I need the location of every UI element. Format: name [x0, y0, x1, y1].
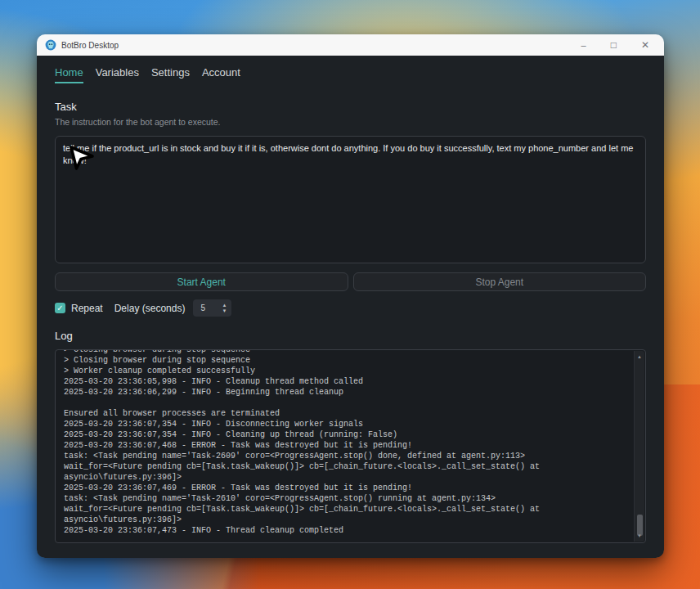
task-description: The instruction for the bot agent to exe…: [55, 117, 646, 127]
log-line: 2025-03-20 23:36:07,469 - ERROR - Task w…: [64, 483, 632, 493]
delay-label: Delay (seconds): [114, 303, 186, 314]
repeat-label: Repeat: [71, 303, 103, 314]
scroll-up-icon[interactable]: ▲: [635, 354, 644, 359]
log-line: 2025-03-20 23:36:07,473 - INFO - Thread …: [64, 525, 632, 536]
scroll-down-icon[interactable]: ▼: [635, 533, 644, 538]
tab-bar: Home Variables Settings Account: [55, 66, 646, 83]
desktop-wallpaper: BotBro Desktop – □ ✕ Home Variables Sett…: [0, 0, 700, 589]
log-line: 2025-03-20 23:36:06,299 - INFO - Beginni…: [64, 387, 632, 398]
log-line: 2025-03-20 23:36:07,354 - INFO - Disconn…: [64, 419, 632, 429]
log-line: > Closing browser during stop sequence: [64, 349, 632, 355]
log-line: 2025-03-20 23:36:05,998 - INFO - Cleanup…: [64, 376, 632, 387]
action-button-row: Start Agent Stop Agent: [55, 272, 646, 291]
log-panel[interactable]: > Closing browser during stop sequence> …: [55, 349, 646, 543]
close-icon[interactable]: ✕: [641, 40, 649, 50]
delay-value: 5: [200, 303, 205, 312]
window-title: BotBro Desktop: [61, 41, 119, 50]
maximize-icon[interactable]: □: [611, 40, 617, 50]
window-body: Home Variables Settings Account Task The…: [37, 56, 664, 558]
log-line: task: <Task pending name='Task-2610' cor…: [64, 493, 632, 504]
log-scrollbar[interactable]: ▲ ▼: [634, 351, 644, 542]
log-line: task: <Task pending name='Task-2609' cor…: [64, 451, 632, 461]
log-line: 2025-03-20 23:36:07,354 - INFO - Cleanin…: [64, 429, 632, 440]
log-line: > Worker cleanup completed successfully: [64, 366, 632, 376]
window-controls: – □ ✕: [581, 40, 656, 50]
app-icon: [45, 39, 56, 51]
repeat-checkbox[interactable]: ✓: [55, 303, 65, 313]
spin-down-icon[interactable]: ▼: [222, 308, 227, 313]
log-content: > Closing browser during stop sequence> …: [64, 349, 632, 542]
stop-agent-button[interactable]: Stop Agent: [353, 272, 647, 291]
log-line: wait_for=<Future pending cb=[Task.task_w…: [64, 504, 632, 515]
log-line: [64, 398, 632, 408]
tab-home[interactable]: Home: [55, 66, 83, 83]
check-icon: ✓: [56, 304, 63, 312]
tab-account[interactable]: Account: [202, 66, 240, 83]
spinner-arrows: ▲ ▼: [222, 300, 227, 316]
spin-up-icon[interactable]: ▲: [222, 303, 227, 308]
log-line: asyncio\futures.py:396]>: [64, 515, 632, 525]
minimize-icon[interactable]: –: [581, 41, 586, 50]
log-heading: Log: [55, 330, 646, 342]
repeat-row: ✓ Repeat Delay (seconds) 5 ▲ ▼: [55, 299, 646, 317]
task-heading: Task: [55, 101, 646, 113]
log-line: > Closing browser during stop sequence: [64, 355, 632, 366]
log-line: 2025-03-20 23:36:07,468 - ERROR - Task w…: [64, 440, 632, 451]
log-line: asyncio\futures.py:396]>: [64, 472, 632, 483]
start-agent-button[interactable]: Start Agent: [55, 272, 348, 291]
app-window: BotBro Desktop – □ ✕ Home Variables Sett…: [37, 34, 664, 558]
tab-variables[interactable]: Variables: [96, 66, 139, 83]
log-line: Ensured all browser processes are termin…: [64, 408, 632, 419]
log-line: wait_for=<Future pending cb=[Task.task_w…: [64, 461, 632, 472]
task-input[interactable]: tell me if the product_url is in stock a…: [55, 136, 646, 263]
tab-settings[interactable]: Settings: [151, 66, 190, 83]
delay-spinner[interactable]: 5 ▲ ▼: [193, 299, 231, 317]
titlebar[interactable]: BotBro Desktop – □ ✕: [37, 34, 664, 56]
